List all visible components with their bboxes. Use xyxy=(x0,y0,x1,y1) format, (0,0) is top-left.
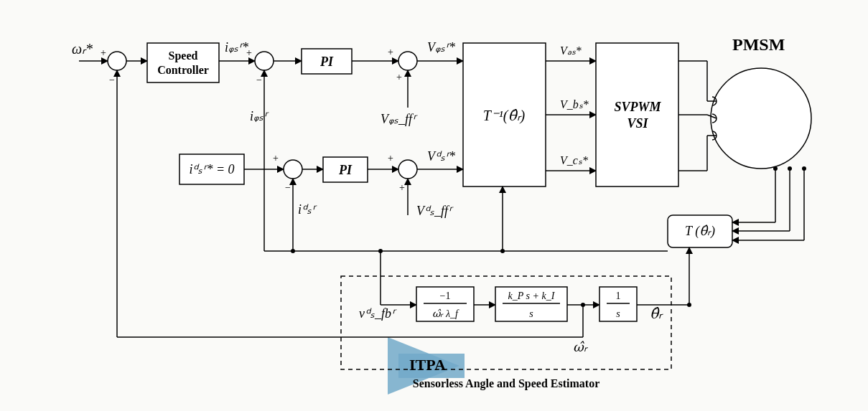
estimator-caption: Sensorless Angle and Speed Estimator xyxy=(413,377,599,390)
label-vds-ff: Vᵈₛ_ffʳ xyxy=(416,204,454,218)
svg-text:PI: PI xyxy=(338,163,353,177)
svg-point-50 xyxy=(291,249,295,253)
summing-junction xyxy=(398,52,417,70)
svg-text:V_cₛ*: V_cₛ* xyxy=(560,154,588,166)
svg-text:PI: PI xyxy=(319,55,334,69)
svg-text:Speed: Speed xyxy=(169,49,198,62)
label-iqs-ref: iᵩₛʳ* xyxy=(225,40,248,55)
svg-text:VSI: VSI xyxy=(627,116,648,131)
svpwm-vsi-block xyxy=(596,43,678,186)
label-iqs: iᵩₛʳ xyxy=(250,109,269,123)
svg-text:+: + xyxy=(101,47,106,58)
label-wr-ref: ωᵣ* xyxy=(72,41,93,57)
svg-text:+: + xyxy=(246,47,252,58)
summing-junction xyxy=(255,52,274,70)
svg-text:V_bₛ*: V_bₛ* xyxy=(560,98,589,110)
svg-text:+: + xyxy=(396,72,402,82)
svg-text:SVPWM: SVPWM xyxy=(614,100,661,114)
watermark-text: ITPA xyxy=(409,356,446,374)
label-vqs-ref: Vᵩₛʳ* xyxy=(427,40,455,55)
svg-text:s: s xyxy=(529,308,533,319)
svg-text:−: − xyxy=(285,182,291,193)
summing-junction xyxy=(284,160,302,179)
svg-point-47 xyxy=(788,166,792,171)
pmsm-motor-icon xyxy=(711,68,811,169)
label-vqs-ff: Vᵩₛ_ffʳ xyxy=(381,112,418,126)
svg-point-46 xyxy=(773,166,778,171)
svg-text:+: + xyxy=(388,47,393,57)
svg-text:ω̂ᵣ λ_f: ω̂ᵣ λ_f xyxy=(432,308,459,319)
svg-text:s: s xyxy=(616,308,620,319)
label-vds-ref: Vᵈₛʳ* xyxy=(427,149,455,164)
svg-text:iᵈₛʳ* = 0: iᵈₛʳ* = 0 xyxy=(189,162,234,176)
svg-text:+: + xyxy=(273,153,279,164)
label-vds-fb: vᵈₛ_fbʳ xyxy=(359,306,397,321)
svg-text:T (θ̂ᵣ): T (θ̂ᵣ) xyxy=(685,224,715,239)
svg-text:+: + xyxy=(388,153,393,164)
label-wr-hat: ω̂ᵣ xyxy=(573,340,589,354)
svg-text:T⁻¹(θ̂ᵣ): T⁻¹(θ̂ᵣ) xyxy=(483,108,526,124)
motor-label: PMSM xyxy=(732,35,785,54)
label-theta-hat: θ̂ᵣ xyxy=(650,306,663,321)
svg-text:k_P s + k_I: k_P s + k_I xyxy=(508,290,556,301)
svg-text:−: − xyxy=(256,75,262,85)
label-ids: iᵈₛʳ xyxy=(298,202,317,217)
svg-text:Vₐₛ*: Vₐₛ* xyxy=(560,44,582,57)
svg-text:−1: −1 xyxy=(440,290,451,301)
svg-text:−: − xyxy=(109,75,115,85)
svg-text:+: + xyxy=(399,182,405,193)
summing-junction xyxy=(398,160,417,179)
svg-text:Controller: Controller xyxy=(157,64,209,76)
summing-junction xyxy=(108,52,126,70)
svg-point-48 xyxy=(802,166,806,171)
svg-text:1: 1 xyxy=(616,290,621,301)
